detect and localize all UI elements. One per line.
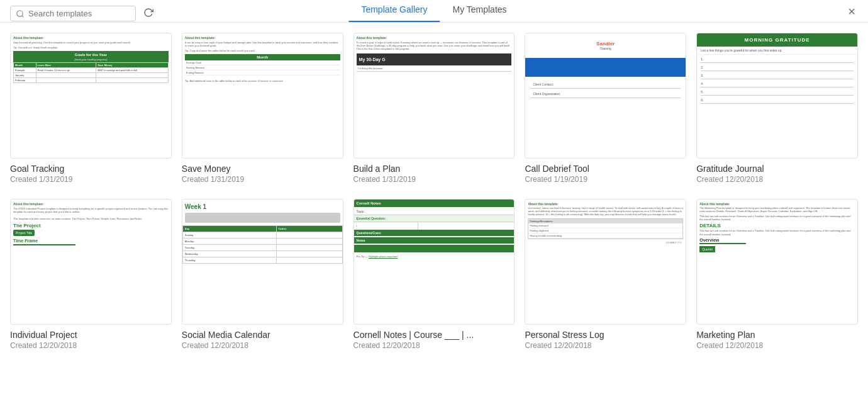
template-date-save-money: Created 1/31/2019 <box>182 175 343 184</box>
template-thumbnail-goal-tracking: About this template: Stay focused all ye… <box>10 33 172 159</box>
template-thumbnail-call-debrief: Sandler Training Client Contact: Client … <box>525 33 686 159</box>
template-card-marketing-plan[interactable]: About this template: The Marketing Plan … <box>696 199 858 350</box>
svg-line-1 <box>22 15 24 17</box>
refresh-icon <box>143 8 153 18</box>
template-card-personal-stress-log[interactable]: About this template: Unchecked, stress c… <box>525 199 686 350</box>
search-container <box>10 6 136 21</box>
template-date-marketing-plan: Created 12/20/2018 <box>696 341 858 350</box>
svg-point-0 <box>17 10 23 16</box>
template-thumbnail-save-money: About this template: It can be easy to l… <box>182 33 343 159</box>
template-date-individual-project: Created 12/20/2018 <box>10 341 172 350</box>
template-date-build-a-plan: Created 1/31/2019 <box>353 175 515 184</box>
template-thumbnail-marketing-plan: About this template: The Marketing Plan … <box>696 199 858 325</box>
template-date-social-media-calendar: Created 12/20/2018 <box>182 341 343 350</box>
template-card-build-a-plan[interactable]: About this template: To reach a goal, it… <box>353 33 515 184</box>
template-card-gratitude-journal[interactable]: MORNING GRATITUDE List a few things you'… <box>696 33 858 184</box>
template-name-cornell-notes: Cornell Notes | Course ___ | ... <box>353 330 515 340</box>
template-date-call-debrief: Created 1/19/2019 <box>525 175 686 184</box>
template-name-social-media-calendar: Social Media Calendar <box>182 330 343 340</box>
template-thumbnail-individual-project: About this template: The GTD® Individual… <box>10 199 172 325</box>
tabs: Template Gallery My Templates <box>348 0 519 22</box>
search-icon <box>16 9 25 18</box>
template-name-gratitude-journal: Gratitude Journal <box>696 164 858 174</box>
search-input[interactable] <box>28 9 130 18</box>
template-date-goal-tracking: Created 1/31/2019 <box>10 175 172 184</box>
template-name-call-debrief: Call Debrief Tool <box>525 164 686 174</box>
template-card-call-debrief[interactable]: Sandler Training Client Contact: Client … <box>525 33 686 184</box>
template-card-social-media-calendar[interactable]: Week 1 DayTwitter Sunday Monday Tuesday … <box>182 199 343 350</box>
template-card-individual-project[interactable]: About this template: The GTD® Individual… <box>10 199 172 350</box>
template-thumbnail-cornell-notes: Cornell Notes Topic: Essential Question:… <box>353 199 515 325</box>
template-gallery-modal: Template Gallery My Templates × About th… <box>0 0 868 399</box>
template-card-goal-tracking[interactable]: About this template: Stay focused all ye… <box>10 33 172 184</box>
close-button[interactable]: × <box>845 3 858 20</box>
tab-my-templates[interactable]: My Templates <box>440 0 519 22</box>
template-thumbnail-personal-stress-log: About this template: Unchecked, stress c… <box>525 199 686 325</box>
modal-header: Template Gallery My Templates × <box>0 0 868 23</box>
template-thumbnail-social-media-calendar: Week 1 DayTwitter Sunday Monday Tuesday … <box>182 199 343 325</box>
refresh-button[interactable] <box>141 5 156 22</box>
template-name-save-money: Save Money <box>182 164 343 174</box>
template-name-goal-tracking: Goal Tracking <box>10 164 172 174</box>
template-name-personal-stress-log: Personal Stress Log <box>525 330 686 340</box>
template-card-cornell-notes[interactable]: Cornell Notes Topic: Essential Question:… <box>353 199 515 350</box>
template-date-cornell-notes: Created 12/20/2018 <box>353 341 515 350</box>
template-name-marketing-plan: Marketing Plan <box>696 330 858 340</box>
template-name-build-a-plan: Build a Plan <box>353 164 515 174</box>
tab-template-gallery[interactable]: Template Gallery <box>348 0 440 22</box>
template-grid-container: About this template: Stay focused all ye… <box>0 23 868 399</box>
template-name-individual-project: Individual Project <box>10 330 172 340</box>
template-date-personal-stress-log: Created 12/20/2018 <box>525 341 686 350</box>
template-thumbnail-build-a-plan: About this template: To reach a goal, it… <box>353 33 515 159</box>
template-date-gratitude-journal: Created 12/20/2018 <box>696 175 858 184</box>
template-grid: About this template: Stay focused all ye… <box>10 33 858 350</box>
template-thumbnail-gratitude-journal: MORNING GRATITUDE List a few things you'… <box>696 33 858 159</box>
template-card-save-money[interactable]: About this template: It can be easy to l… <box>182 33 343 184</box>
